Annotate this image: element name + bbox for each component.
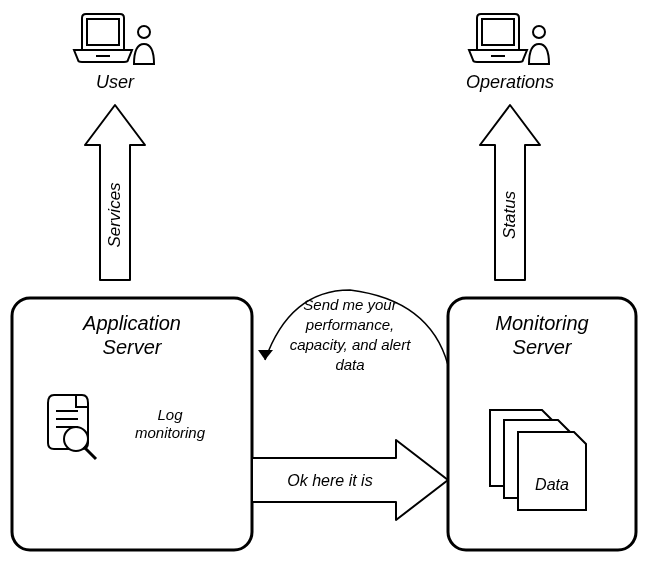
box-application-server: Application Server Log monitoring xyxy=(12,298,252,550)
monitor-server-title-line2: Server xyxy=(513,336,573,358)
actor-operations-label: Operations xyxy=(466,72,554,92)
request-text-line2: performance, xyxy=(305,316,394,333)
laptop-icon xyxy=(74,14,132,62)
request-text-line4: data xyxy=(335,356,364,373)
data-stack-label: Data xyxy=(535,476,569,493)
request-text-line3: capacity, and alert xyxy=(290,336,411,353)
box-monitoring-server: Monitoring Server Data xyxy=(448,298,636,550)
svg-rect-0 xyxy=(87,19,119,45)
actor-user-label: User xyxy=(96,72,135,92)
app-server-title-line2: Server xyxy=(103,336,163,358)
arrow-services: Services xyxy=(85,105,145,280)
svg-point-5 xyxy=(533,26,545,38)
log-monitoring-label-line2: monitoring xyxy=(135,424,206,441)
message-request: Send me your performance, capacity, and … xyxy=(258,290,448,373)
actor-operations: Operations xyxy=(466,14,554,92)
response-text: Ok here it is xyxy=(287,472,372,489)
message-response-arrow: Ok here it is xyxy=(252,440,448,520)
monitor-server-title-line1: Monitoring xyxy=(495,312,588,334)
laptop-icon xyxy=(469,14,527,62)
svg-rect-3 xyxy=(482,19,514,45)
arrow-services-label: Services xyxy=(105,182,124,248)
log-monitoring-label-line1: Log xyxy=(157,406,183,423)
arrow-status: Status xyxy=(480,105,540,280)
person-icon xyxy=(529,26,549,64)
svg-marker-13 xyxy=(258,350,273,360)
person-icon xyxy=(134,26,154,64)
request-text-line1: Send me your xyxy=(303,296,397,313)
arrow-status-label: Status xyxy=(500,190,519,239)
actor-user: User xyxy=(74,14,154,92)
svg-point-2 xyxy=(138,26,150,38)
app-server-title-line1: Application xyxy=(82,312,181,334)
